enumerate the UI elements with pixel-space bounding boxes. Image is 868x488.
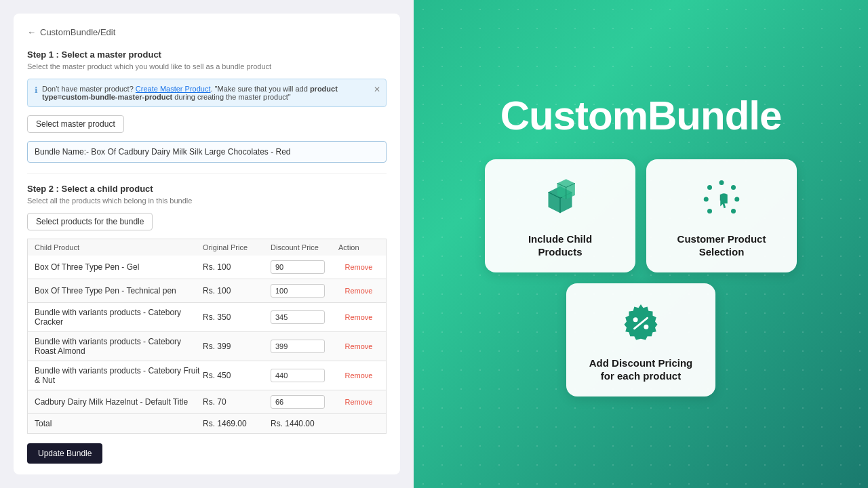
table-row: Box Of Three Type Pen - Technical pen Rs… [27,279,387,303]
feature-card-include-child-label: Include ChildProducts [528,232,592,259]
feature-card-customer-selection: Customer ProductSelection [646,159,797,272]
table-rows: Box Of Three Type Pen - Gel Rs. 100 Remo… [27,256,387,414]
remove-button[interactable]: Remove [338,398,379,406]
svg-point-6 [731,209,736,214]
discount-price-input[interactable] [271,260,325,274]
discount-price-input[interactable] [271,284,325,298]
right-panel: CustomBundle Include ChildProducts [414,0,868,488]
products-table: Child Product Original Price Discount Pr… [27,239,387,434]
total-discount: Rs. 1440.00 [271,419,338,428]
original-price: Rs. 100 [203,262,271,272]
table-header: Child Product Original Price Discount Pr… [27,239,387,256]
product-name: Cadbury Dairy Milk Hazelnut - Default Ti… [35,397,203,407]
discount-price-input[interactable] [271,369,325,382]
product-name: Bundle with variants products - Catebory… [35,308,203,327]
product-name: Bundle with variants products - Catebory… [35,337,203,356]
svg-point-8 [644,324,648,329]
table-row: Bundle with variants products - Catebory… [27,361,387,390]
remove-button[interactable]: Remove [338,342,379,350]
select-products-button[interactable]: Select products for the bundle [27,213,153,230]
table-row: Cadbury Dairy Milk Hazelnut - Default Ti… [27,390,387,414]
product-name: Box Of Three Type Pen - Gel [35,262,203,272]
info-text-before: Don't have master product? [42,85,136,93]
info-banner-text: Don't have master product? Create Master… [42,85,379,101]
features-grid: Include ChildProducts Customer ProductSe… [485,159,797,396]
svg-point-4 [734,197,739,201]
breadcrumb-title: CustomBundle/Edit [40,27,115,37]
total-action-empty [338,419,379,428]
info-text-after: . "Make sure that you will add [211,85,310,93]
product-name: Bundle with variants products - Catebory… [35,366,203,385]
discount-price-input[interactable] [271,395,325,409]
table-row: Bundle with variants products - Catebory… [27,303,387,332]
remove-button[interactable]: Remove [338,371,379,380]
remove-button[interactable]: Remove [338,287,379,295]
feature-card-discount-pricing: Add Discount Pricingfor each product [566,283,715,396]
original-price: Rs. 100 [203,286,271,296]
svg-point-3 [704,197,709,201]
feature-card-discount-pricing-label: Add Discount Pricingfor each product [589,357,693,383]
select-master-product-button[interactable]: Select master product [27,115,124,133]
table-row: Bundle with variants products - Catebory… [27,332,387,361]
original-price: Rs. 70 [203,397,271,407]
table-row: Box Of Three Type Pen - Gel Rs. 100 Remo… [27,256,387,279]
step1-subtitle: Select the master product which you woul… [27,62,387,70]
update-bundle-button[interactable]: Update Bundle [27,443,102,464]
original-price: Rs. 350 [203,312,271,322]
original-price: Rs. 399 [203,342,271,351]
svg-point-5 [707,209,712,214]
step2-subtitle: Select all the products which belong in … [27,197,387,205]
svg-point-1 [719,180,724,185]
brand-title: CustomBundle [500,92,782,139]
col-product: Child Product [35,243,203,251]
discount-icon [617,300,665,347]
col-original: Original Price [203,243,271,251]
total-label: Total [35,419,203,428]
bundle-name-input[interactable] [27,141,387,163]
feature-card-customer-selection-label: Customer ProductSelection [677,232,766,259]
product-name: Box Of Three Type Pen - Technical pen [35,286,203,296]
info-text-end: during creating the master product" [172,93,291,101]
discount-price-input[interactable] [271,340,325,353]
breadcrumb: ← CustomBundle/Edit [27,27,387,37]
info-icon: ℹ [35,85,38,95]
total-row: Total Rs. 1469.00 Rs. 1440.00 [27,414,387,434]
svg-point-2 [731,185,736,190]
step2-title: Step 2 : Select a child product [27,184,387,194]
remove-button[interactable]: Remove [338,263,379,271]
box-icon [536,176,584,223]
info-banner: ℹ Don't have master product? Create Mast… [27,79,387,107]
left-panel: ← CustomBundle/Edit Step 1 : Select a ma… [0,0,414,488]
panel-content: ← CustomBundle/Edit Step 1 : Select a ma… [14,14,400,474]
feature-card-include-child: Include ChildProducts [485,159,635,272]
svg-point-7 [633,317,638,322]
section-divider [27,174,387,174]
discount-price-input[interactable] [271,310,325,324]
original-price: Rs. 450 [203,371,271,380]
step1-title: Step 1 : Select a master product [27,49,387,60]
remove-button[interactable]: Remove [338,313,379,321]
info-banner-close[interactable]: ✕ [374,85,380,94]
create-master-product-link[interactable]: Create Master Product [136,85,211,93]
col-discount: Discount Price [271,243,338,251]
breadcrumb-arrow: ← [27,27,36,37]
selection-icon [698,176,745,223]
total-original: Rs. 1469.00 [203,419,271,428]
svg-point-0 [707,185,712,190]
col-action: Action [338,243,379,251]
